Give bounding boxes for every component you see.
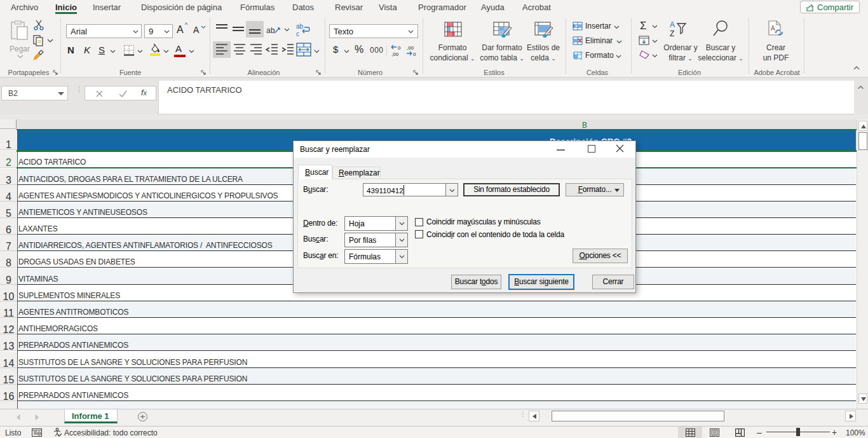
svg-text:A: A: [670, 20, 675, 29]
svg-text:,00: ,00: [407, 45, 414, 51]
svg-text:0: 0: [398, 45, 401, 51]
svg-text:ab: ab: [296, 23, 304, 30]
svg-text:c: c: [296, 31, 299, 38]
svg-text:,00: ,00: [391, 51, 399, 57]
svg-text:0: 0: [413, 51, 416, 57]
svg-text:ab: ab: [266, 26, 275, 35]
svg-text:Z: Z: [670, 29, 674, 38]
svg-text:A: A: [771, 25, 775, 32]
